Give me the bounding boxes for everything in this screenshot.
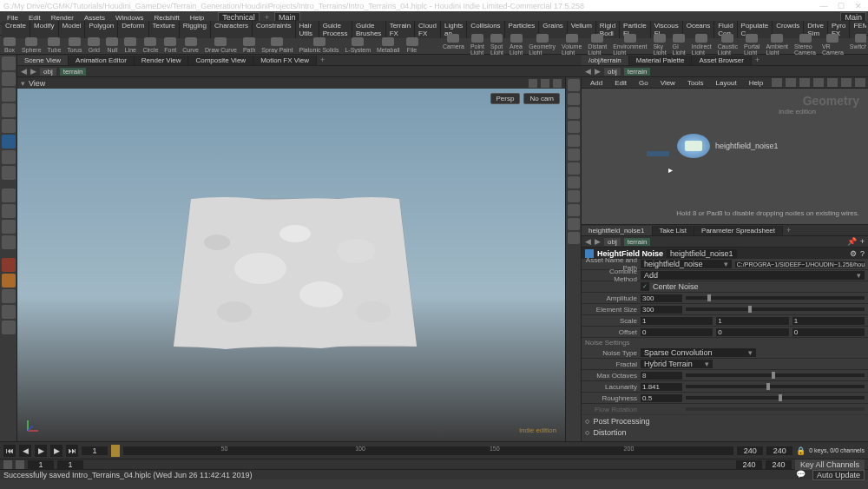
end-frame-field-1[interactable]: 240 xyxy=(737,446,763,455)
plus-icon[interactable]: + xyxy=(786,226,791,235)
param-tab[interactable]: Parameter Spreadsheet xyxy=(694,226,783,235)
shelf-tab[interactable]: Guide Process xyxy=(319,21,352,38)
node-menu[interactable]: Edit xyxy=(609,78,632,88)
shelf-tool[interactable]: Metaball xyxy=(375,37,401,53)
display-icon[interactable] xyxy=(568,121,580,133)
camera-persp[interactable]: Persp xyxy=(490,93,521,104)
node-flag[interactable] xyxy=(647,151,669,156)
range-end-field-2[interactable]: 240 xyxy=(766,460,792,469)
asset-path-field[interactable]: C:/PROGRA~1/SIDEEF~1/HOUDIN~1.258/houdin… xyxy=(735,261,865,268)
snap-curve-icon[interactable] xyxy=(2,204,16,218)
back-icon[interactable]: ◀ xyxy=(585,67,591,76)
back-icon[interactable]: ◀ xyxy=(21,67,27,76)
shelf-tab[interactable]: Guide Brushes xyxy=(352,21,386,38)
fractal-combo[interactable]: Hybrid Terrain▾ xyxy=(641,360,713,368)
node-tool-icon[interactable] xyxy=(786,78,796,87)
first-frame-button[interactable]: ⏮ xyxy=(3,445,16,457)
heightfield-noise-node[interactable]: heightfield_noise1 xyxy=(677,134,779,158)
range-cur-field[interactable]: 1 xyxy=(57,460,83,469)
current-frame-field[interactable]: 1 xyxy=(82,446,108,455)
loop-icon[interactable] xyxy=(16,460,24,469)
pane-tab[interactable]: Motion FX View xyxy=(253,56,317,65)
param-value-field[interactable]: 300 xyxy=(641,306,682,314)
next-frame-button[interactable]: ▶ xyxy=(50,445,62,457)
node-menu[interactable]: Add xyxy=(585,78,608,88)
node-menu[interactable]: Help xyxy=(744,78,768,88)
screenshot-tool-icon[interactable] xyxy=(2,320,16,334)
param-slider[interactable] xyxy=(686,296,865,300)
display-icon[interactable] xyxy=(568,162,580,175)
snap-point-icon[interactable] xyxy=(2,220,16,234)
pin-icon[interactable]: 📌 xyxy=(847,237,857,246)
forward-icon[interactable]: ▶ xyxy=(595,67,601,76)
last-frame-button[interactable]: ⏭ xyxy=(66,445,78,457)
forward-icon[interactable]: ▶ xyxy=(30,67,36,76)
shelf-tab[interactable]: Constraints xyxy=(253,21,295,38)
display-icon[interactable] xyxy=(568,107,580,119)
shelf-tool[interactable]: VR Camera xyxy=(820,34,845,56)
distortion-row[interactable]: ○ Distortion xyxy=(582,426,868,438)
shelf-tool[interactable]: Circle xyxy=(141,37,160,53)
center-noise-checkbox[interactable]: ✓ xyxy=(641,282,649,291)
param-tab[interactable]: Take List xyxy=(653,226,695,235)
range-start-field[interactable]: 1 xyxy=(28,460,54,469)
combine-combo[interactable]: Add▾ xyxy=(641,271,865,280)
range-end-field-1[interactable]: 240 xyxy=(736,460,762,469)
node-tool-icon[interactable] xyxy=(799,78,810,87)
param-value-field[interactable]: 0.5 xyxy=(641,394,682,402)
param-slider[interactable] xyxy=(686,385,865,388)
shelf-tool[interactable]: Portal Light xyxy=(742,34,761,56)
scale-tool-icon[interactable] xyxy=(2,103,16,117)
node-menu[interactable]: Tools xyxy=(682,78,709,88)
node-tool-icon[interactable] xyxy=(827,78,838,87)
param-value-field[interactable]: 300 xyxy=(641,294,682,302)
minimize-icon[interactable]: — xyxy=(818,2,830,10)
shelf-tool[interactable]: File xyxy=(404,37,420,53)
gear-icon[interactable]: ⚙ xyxy=(850,249,857,258)
playhead-icon[interactable] xyxy=(111,445,120,457)
shelf-tool[interactable]: Draw Curve xyxy=(203,37,239,53)
forward-icon[interactable]: ▶ xyxy=(595,237,601,246)
brush-tool-icon[interactable] xyxy=(2,166,16,180)
shelf-tool[interactable]: Spot Light xyxy=(489,34,505,56)
chevron-down-icon[interactable]: ▾ xyxy=(21,79,25,88)
lock-icon[interactable]: 🔒 xyxy=(796,446,806,455)
cplane-tool-icon[interactable] xyxy=(2,258,16,272)
snap-multi-icon[interactable] xyxy=(2,235,16,249)
param-name-field[interactable]: heightfield_noise1 xyxy=(667,249,737,258)
shelf-tool[interactable]: GI Light xyxy=(671,34,687,56)
plus-icon[interactable]: + xyxy=(320,56,325,64)
shelf-tab[interactable]: Terrain FX xyxy=(386,21,415,38)
scene-viewport[interactable]: ▾ View Persp No cam xyxy=(17,77,566,441)
node-tool-icon[interactable] xyxy=(772,78,782,87)
shelf-tab[interactable]: Create xyxy=(2,21,30,38)
plus-icon[interactable]: + xyxy=(860,237,865,246)
shelf-tool[interactable]: Box xyxy=(2,37,17,53)
plus-icon[interactable]: + xyxy=(755,56,760,64)
scale-x-field[interactable]: 1 xyxy=(641,317,713,325)
chat-icon[interactable]: 💬 xyxy=(796,470,806,480)
render-region-icon[interactable] xyxy=(2,274,16,287)
param-tab[interactable]: heightfield_noise1 xyxy=(582,226,653,235)
shelf-tab[interactable]: Modify xyxy=(30,21,59,38)
scale-z-field[interactable]: 1 xyxy=(792,317,865,325)
shelf-tool[interactable]: Ambient Light xyxy=(764,34,790,56)
shelf-tab[interactable]: Hair Utils xyxy=(296,21,319,38)
shelf-tool[interactable]: Caustic Light xyxy=(716,34,740,56)
shelf-tool[interactable]: Camera xyxy=(441,34,466,56)
shelf-tool[interactable]: Stereo Camera xyxy=(792,34,818,56)
display-icon[interactable] xyxy=(568,232,580,244)
shelf-tool[interactable]: Indirect Light xyxy=(690,34,713,56)
pane-tab[interactable]: Composite View xyxy=(188,56,253,65)
display-icon[interactable] xyxy=(568,218,580,230)
pane-tab[interactable]: Scene View xyxy=(17,56,69,65)
display-icon[interactable] xyxy=(568,204,580,216)
param-value-field[interactable]: 1.841 xyxy=(641,383,682,391)
shelf-tool[interactable]: Switcher xyxy=(848,34,866,56)
offset-y-field[interactable]: 0 xyxy=(716,328,788,336)
pane-tab[interactable]: /obj/terrain xyxy=(582,56,629,65)
shelf-tool[interactable]: Distant Light xyxy=(586,34,608,56)
rotate-tool-icon[interactable] xyxy=(2,88,16,102)
display-icon[interactable] xyxy=(568,176,580,188)
flipbook-tool-icon[interactable] xyxy=(2,305,16,319)
